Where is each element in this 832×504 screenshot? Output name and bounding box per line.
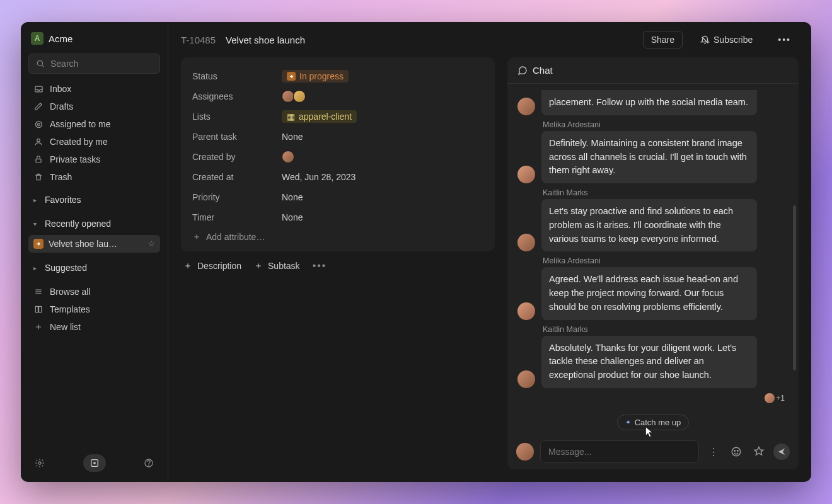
avatar bbox=[517, 234, 535, 251]
attr-status[interactable]: Status In progress bbox=[192, 66, 483, 86]
sidebar-item-assigned[interactable]: Assigned to me bbox=[28, 115, 160, 133]
sidebar-item-created[interactable]: Created by me bbox=[28, 133, 160, 151]
message-bubble[interactable]: Agreed. We'll address each issue head-on… bbox=[541, 267, 757, 319]
task-title: Velvet shoe launch bbox=[226, 35, 305, 45]
message-row: placement. Follow up with the social med… bbox=[517, 90, 789, 115]
avatar bbox=[517, 98, 535, 115]
message-bubble[interactable]: Definitely. Maintaining a consistent bra… bbox=[541, 131, 757, 183]
message-bubble[interactable]: Absolutely. Thanks for your diligent wor… bbox=[541, 336, 757, 388]
search-input[interactable]: Search bbox=[28, 54, 160, 74]
message-input[interactable]: Message... bbox=[540, 440, 699, 463]
add-attribute-button[interactable]: ＋ Add attribute… bbox=[192, 227, 483, 243]
search-placeholder: Search bbox=[50, 59, 78, 69]
sidebar-item-new-list[interactable]: New list bbox=[28, 318, 160, 336]
chat-title: Chat bbox=[533, 65, 553, 76]
list-name: apparel-client bbox=[299, 112, 352, 122]
message-row: Kaitlin MarksAbsolutely. Thanks for your… bbox=[517, 325, 789, 388]
svg-point-17 bbox=[149, 465, 149, 466]
placeholder-text: Message... bbox=[548, 447, 591, 457]
subscribe-button[interactable]: Subscribe bbox=[693, 32, 760, 48]
chat-body[interactable]: placement. Follow up with the social med… bbox=[507, 84, 799, 411]
message-author: Kaitlin Marks bbox=[541, 325, 789, 334]
message-bubble[interactable]: Let's stay proactive and find solutions … bbox=[541, 199, 757, 251]
message-col: Kaitlin MarksLet's stay proactive and fi… bbox=[541, 188, 789, 251]
attr-value: None bbox=[282, 192, 303, 202]
message-row: Melika ArdestaniAgreed. We'll address ea… bbox=[517, 256, 789, 319]
help-button[interactable] bbox=[140, 454, 158, 472]
attr-parent[interactable]: Parent task None bbox=[192, 127, 483, 147]
svg-point-0 bbox=[37, 60, 42, 66]
avatar bbox=[517, 166, 535, 183]
sidebar-recent-task[interactable]: Velvet shoe lau… ☆ bbox=[28, 235, 160, 253]
sidebar-item-trash[interactable]: Trash bbox=[28, 168, 160, 186]
sidebar-item-templates[interactable]: Templates bbox=[28, 301, 160, 318]
sparkle-icon: ✦ bbox=[625, 418, 631, 427]
button-label: Subtask bbox=[268, 261, 300, 271]
attr-created-by[interactable]: Created by bbox=[192, 147, 483, 167]
svg-point-21 bbox=[737, 450, 739, 452]
topbar: T-10485 Velvet shoe launch Share Subscri… bbox=[168, 22, 811, 57]
attr-label: Status bbox=[192, 71, 282, 81]
settings-button[interactable] bbox=[31, 454, 49, 472]
status-text: In progress bbox=[299, 71, 344, 81]
sidebar-item-private[interactable]: Private tasks bbox=[28, 151, 160, 168]
sidebar-item-drafts[interactable]: Drafts bbox=[28, 98, 160, 115]
more-actions-button[interactable]: ••• bbox=[313, 260, 327, 272]
message-col: placement. Follow up with the social med… bbox=[541, 90, 789, 115]
person-icon bbox=[33, 137, 43, 147]
message-author: Melika Ardestani bbox=[541, 120, 789, 129]
attr-label: Lists bbox=[192, 112, 282, 122]
task-label: Velvet shoe lau… bbox=[49, 239, 143, 249]
reaction[interactable]: +1 bbox=[765, 393, 785, 403]
svg-line-1 bbox=[42, 66, 44, 67]
section-label: Suggested bbox=[45, 263, 87, 273]
button-label: Description bbox=[197, 261, 241, 271]
avatar bbox=[293, 90, 306, 103]
input-more-button[interactable]: ⋮ bbox=[705, 444, 722, 460]
sidebar-item-browse-all[interactable]: Browse all bbox=[28, 283, 160, 301]
search-icon bbox=[35, 59, 45, 69]
share-button[interactable]: Share bbox=[643, 31, 683, 49]
avatar bbox=[517, 370, 535, 388]
section-suggested[interactable]: Suggested bbox=[28, 258, 160, 278]
section-recently-opened[interactable]: Recently opened bbox=[28, 214, 160, 234]
new-item-button[interactable] bbox=[83, 454, 106, 472]
more-button[interactable]: ••• bbox=[770, 32, 799, 48]
list-icon bbox=[33, 287, 43, 297]
chat-input-row: Message... ⋮ bbox=[507, 434, 799, 469]
attr-label: Priority bbox=[192, 192, 282, 202]
sidebar-item-label: Browse all bbox=[50, 287, 91, 297]
sidebar-item-inbox[interactable]: Inbox bbox=[28, 80, 160, 98]
section-favorites[interactable]: Favorites bbox=[28, 190, 160, 210]
attr-timer[interactable]: Timer None bbox=[192, 207, 483, 227]
list-tag: ▦apparel-client bbox=[282, 110, 357, 123]
task-id: T-10485 bbox=[181, 35, 216, 45]
sidebar-item-label: Created by me bbox=[50, 137, 108, 147]
trash-icon bbox=[33, 172, 43, 182]
inbox-icon bbox=[33, 84, 43, 94]
bell-off-icon bbox=[700, 35, 710, 45]
message-bubble[interactable]: placement. Follow up with the social med… bbox=[541, 90, 757, 115]
attach-button[interactable] bbox=[751, 444, 767, 460]
attr-priority[interactable]: Priority None bbox=[192, 187, 483, 207]
status-icon bbox=[287, 72, 296, 81]
emoji-button[interactable] bbox=[728, 444, 744, 460]
catch-me-up-button[interactable]: ✦ Catch me up bbox=[617, 415, 690, 430]
svg-rect-6 bbox=[36, 159, 41, 163]
scrollbar[interactable] bbox=[793, 205, 796, 370]
attr-assignees[interactable]: Assignees bbox=[192, 86, 483, 106]
add-description-button[interactable]: ＋Description bbox=[183, 260, 241, 272]
add-subtask-button[interactable]: ＋Subtask bbox=[254, 260, 300, 272]
star-icon[interactable]: ☆ bbox=[148, 239, 155, 248]
section-label: Recently opened bbox=[45, 219, 111, 229]
send-button[interactable] bbox=[773, 444, 790, 460]
attr-label: Timer bbox=[192, 212, 282, 222]
main-content: T-10485 Velvet shoe launch Share Subscri… bbox=[168, 22, 811, 482]
workspace-name: Acme bbox=[49, 33, 72, 44]
svg-point-5 bbox=[37, 139, 40, 142]
attr-lists[interactable]: Lists ▦apparel-client bbox=[192, 106, 483, 127]
svg-point-20 bbox=[734, 450, 736, 452]
attributes-card: Status In progress Assignees Lists ▦appa… bbox=[181, 57, 495, 251]
attr-label: Assignees bbox=[192, 91, 282, 101]
workspace-switcher[interactable]: A Acme bbox=[28, 28, 160, 49]
